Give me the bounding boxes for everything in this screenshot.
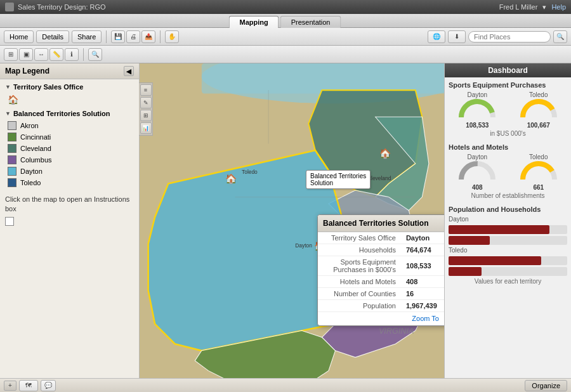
zoom-extent-icon[interactable]: ⊞ bbox=[4, 48, 18, 61]
bar-chart-area bbox=[449, 256, 567, 276]
gauge-label: Toledo bbox=[510, 154, 568, 160]
svg-rect-2 bbox=[202, 63, 444, 93]
popup-row-value: 1,967,439 bbox=[401, 300, 444, 312]
dashboard-content: Sports Equipment PurchasesDaytonToledo 1… bbox=[445, 77, 571, 391]
popup-row-label: Population bbox=[318, 300, 401, 312]
select-icon[interactable]: ▣ bbox=[19, 48, 33, 61]
legend-item-toledo[interactable]: Toledo bbox=[5, 177, 134, 188]
popup-row-value: 108,533 bbox=[401, 256, 444, 276]
share-button[interactable]: Share bbox=[72, 30, 102, 43]
globe-icon[interactable]: 🌐 bbox=[428, 30, 445, 43]
house-icon: 🏠 bbox=[8, 95, 18, 105]
popup-row-label: Hotels and Motels bbox=[318, 276, 401, 288]
tab-mapping[interactable]: Mapping bbox=[229, 16, 279, 28]
legend-color-columbus bbox=[8, 155, 16, 164]
legend-label-akron: Akron bbox=[20, 122, 39, 129]
popup-row-label: Territory Sales Office bbox=[318, 232, 401, 244]
legend-label-toledo: Toledo bbox=[20, 179, 41, 186]
dash-note: Values for each territory bbox=[449, 278, 567, 285]
map-thumbnail-icon[interactable]: 🗺 bbox=[19, 380, 38, 391]
pan-icon[interactable]: ↔ bbox=[34, 48, 48, 61]
table-row: Population1,967,439 bbox=[318, 300, 444, 312]
organize-button[interactable]: Organize bbox=[525, 380, 567, 391]
svg-text:VIRGINIA: VIRGINIA bbox=[379, 327, 414, 336]
dash-section-title: Hotels and Motels bbox=[449, 143, 567, 151]
map-tools: ✋ bbox=[165, 30, 179, 43]
separator: ▾ bbox=[542, 3, 546, 11]
gauge-svg bbox=[520, 98, 558, 121]
legend-color-toledo bbox=[8, 178, 16, 187]
dashboard-title: Dashboard bbox=[488, 66, 528, 75]
export-icon[interactable]: 📤 bbox=[141, 30, 155, 43]
gauge-label: Dayton bbox=[449, 91, 506, 98]
popup-table: Territory Sales OfficeDaytonHouseholds76… bbox=[318, 232, 444, 312]
gauge-labels-row: DaytonToledo bbox=[449, 91, 567, 98]
legend-instructions: Click on the map to open an Instructions… bbox=[5, 195, 134, 226]
popup-row-value: Dayton bbox=[401, 232, 444, 244]
legend-item-cincinnati[interactable]: Cincinnati bbox=[5, 131, 134, 143]
popup-row-label: Number of Counties bbox=[318, 288, 401, 300]
popup-row-value: 764,674 bbox=[401, 244, 444, 256]
balanced-arrow: ▼ bbox=[5, 110, 11, 117]
dashboard-section: Population and HouseholdsDayton Toledo bbox=[449, 206, 567, 285]
download-icon[interactable]: ⬇ bbox=[448, 30, 466, 43]
svg-text:Toledo: Toledo bbox=[242, 169, 258, 175]
gauge-value: 661 bbox=[533, 184, 544, 191]
gauge-label: Toledo bbox=[510, 91, 568, 98]
dashboard-header: Dashboard bbox=[445, 63, 571, 77]
dashboard-section: Sports Equipment PurchasesDaytonToledo 1… bbox=[449, 81, 567, 137]
print-icon[interactable]: 🖨 bbox=[126, 30, 140, 43]
save-icon[interactable]: 💾 bbox=[111, 30, 125, 43]
bar-row bbox=[449, 256, 567, 265]
bar-background bbox=[449, 267, 567, 276]
table-row: Households764,674 bbox=[318, 244, 444, 256]
legend-collapse-button[interactable]: ◀ bbox=[124, 66, 134, 76]
gauges-row: 408 661 bbox=[449, 160, 567, 191]
hand-tool-icon[interactable]: ✋ bbox=[165, 30, 179, 43]
find-places-input[interactable] bbox=[468, 31, 551, 42]
zoom-to-link[interactable]: Zoom To bbox=[412, 315, 439, 322]
save-tools: 💾 🖨 📤 bbox=[111, 30, 155, 43]
gauge-value: 108,533 bbox=[466, 122, 489, 129]
bar-fill bbox=[449, 225, 549, 234]
dash-note: Number of establishments bbox=[449, 192, 567, 199]
legend-item-cleveland[interactable]: Cleveland bbox=[5, 143, 134, 154]
dashboard-panel: Dashboard Sports Equipment PurchasesDayt… bbox=[444, 63, 571, 391]
zoom-magnify-icon[interactable]: 🔍 bbox=[88, 48, 102, 61]
home-button[interactable]: Home bbox=[4, 30, 34, 43]
layers-icon[interactable]: ≡ bbox=[140, 84, 152, 96]
legend-header: Map Legend ◀ bbox=[0, 63, 139, 79]
draw-icon[interactable]: ✎ bbox=[140, 97, 152, 108]
popup-row-value: 408 bbox=[401, 276, 444, 288]
help-link[interactable]: Help bbox=[551, 3, 566, 11]
bottombar: + 🗺 💬 Organize bbox=[0, 378, 571, 392]
popup-row-value: 16 bbox=[401, 288, 444, 300]
identify-icon[interactable]: ℹ bbox=[65, 48, 79, 61]
details-button[interactable]: Details bbox=[36, 30, 69, 43]
svg-text:Cleveland: Cleveland bbox=[367, 175, 391, 181]
gauge-label: Dayton bbox=[449, 154, 506, 160]
legend-items-list: Akron Cincinnati Cleveland Columbus Dayt… bbox=[5, 120, 134, 188]
search-icon[interactable]: 🔍 bbox=[553, 30, 567, 43]
territory-section-label: Territory Sales Office bbox=[13, 83, 83, 91]
gauge-svg bbox=[520, 160, 558, 183]
popup-header: Balanced Territories Solution ✕ bbox=[318, 215, 444, 232]
bar-background bbox=[449, 256, 567, 265]
gauge-item: 100,667 bbox=[510, 98, 568, 129]
navigation-tools: ⊞ ▣ ↔ 📏 ℹ bbox=[4, 48, 79, 61]
chart-icon[interactable]: 📊 bbox=[140, 122, 152, 134]
toolbar-divider-1 bbox=[106, 30, 107, 43]
bar-background bbox=[449, 225, 567, 234]
legend-item-columbus[interactable]: Columbus bbox=[5, 154, 134, 166]
measure-icon[interactable]: 📏 bbox=[49, 48, 63, 61]
instructions-checkbox[interactable] bbox=[5, 217, 14, 226]
bar-chart-label: Dayton bbox=[449, 216, 567, 223]
chat-icon[interactable]: 💬 bbox=[41, 380, 56, 391]
table-icon[interactable]: ⊞ bbox=[140, 110, 152, 121]
tab-presentation[interactable]: Presentation bbox=[280, 16, 341, 28]
legend-item-akron[interactable]: Akron bbox=[5, 120, 134, 131]
add-button[interactable]: + bbox=[4, 381, 16, 391]
popup-window: Balanced Territories Solution ✕ Territor… bbox=[317, 214, 444, 326]
map-area[interactable]: WEST VIRGINIA 🏠 🏠 🏠 🏠 Dayton Cleveland T… bbox=[140, 63, 444, 391]
legend-item-dayton[interactable]: Dayton bbox=[5, 166, 134, 177]
